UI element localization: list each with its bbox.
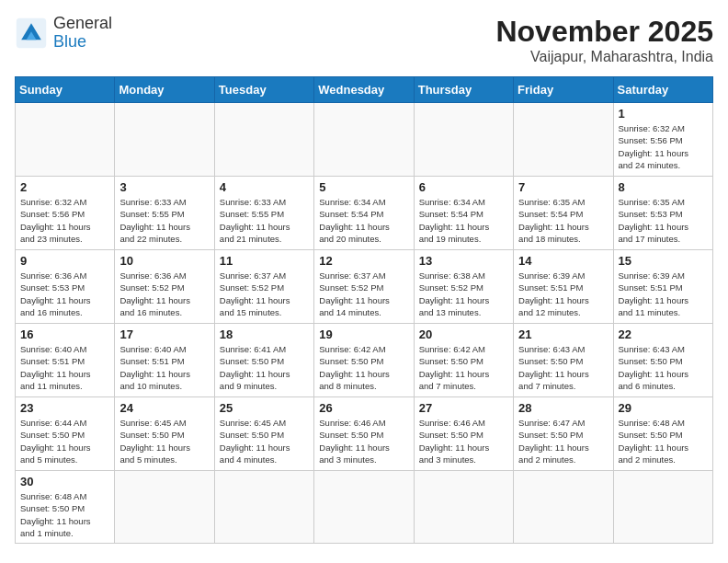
day-number: 21 (518, 327, 608, 341)
day-info: Sunrise: 6:44 AMSunset: 5:50 PMDaylight:… (20, 417, 109, 465)
calendar-cell: 24Sunrise: 6:45 AMSunset: 5:50 PMDayligh… (115, 397, 214, 471)
day-info: Sunrise: 6:45 AMSunset: 5:50 PMDaylight:… (119, 417, 209, 465)
calendar-week-row: 30Sunrise: 6:48 AMSunset: 5:50 PMDayligh… (16, 471, 713, 544)
logo-icon (15, 17, 48, 50)
title-block: November 2025 Vaijapur, Maharashtra, Ind… (495, 15, 713, 65)
calendar-cell (514, 103, 613, 177)
calendar-cell: 30Sunrise: 6:48 AMSunset: 5:50 PMDayligh… (16, 471, 115, 544)
day-info: Sunrise: 6:36 AMSunset: 5:52 PMDaylight:… (119, 270, 209, 318)
calendar-cell (414, 471, 513, 544)
calendar-cell: 18Sunrise: 6:41 AMSunset: 5:50 PMDayligh… (214, 324, 313, 397)
day-number: 12 (319, 254, 408, 268)
day-info: Sunrise: 6:42 AMSunset: 5:50 PMDaylight:… (319, 343, 408, 392)
day-number: 26 (319, 401, 408, 415)
calendar-cell: 8Sunrise: 6:35 AMSunset: 5:53 PMDaylight… (613, 177, 712, 250)
day-info: Sunrise: 6:39 AMSunset: 5:51 PMDaylight:… (619, 270, 708, 318)
month-title: November 2025 (495, 15, 713, 49)
day-number: 14 (518, 254, 608, 268)
day-info: Sunrise: 6:47 AMSunset: 5:50 PMDaylight:… (518, 417, 608, 465)
calendar-cell: 7Sunrise: 6:35 AMSunset: 5:54 PMDaylight… (514, 177, 613, 250)
day-info: Sunrise: 6:38 AMSunset: 5:52 PMDaylight:… (419, 270, 508, 318)
day-number: 9 (20, 254, 109, 268)
calendar-week-row: 23Sunrise: 6:44 AMSunset: 5:50 PMDayligh… (16, 397, 713, 471)
day-number: 6 (419, 180, 508, 194)
calendar-cell: 9Sunrise: 6:36 AMSunset: 5:53 PMDaylight… (16, 250, 115, 324)
day-number: 25 (220, 401, 309, 415)
logo: General Blue (15, 15, 112, 52)
day-header-monday: Monday (115, 77, 214, 103)
day-info: Sunrise: 6:34 AMSunset: 5:54 PMDaylight:… (319, 196, 408, 245)
day-header-thursday: Thursday (414, 77, 513, 103)
day-info: Sunrise: 6:46 AMSunset: 5:50 PMDaylight:… (319, 417, 408, 465)
day-number: 19 (319, 327, 408, 341)
day-number: 10 (119, 254, 209, 268)
calendar-cell: 2Sunrise: 6:32 AMSunset: 5:56 PMDaylight… (16, 177, 115, 250)
day-number: 5 (319, 180, 408, 194)
calendar-cell: 23Sunrise: 6:44 AMSunset: 5:50 PMDayligh… (16, 397, 115, 471)
calendar-cell: 27Sunrise: 6:46 AMSunset: 5:50 PMDayligh… (414, 397, 513, 471)
day-number: 1 (619, 107, 708, 121)
calendar-cell (115, 471, 214, 544)
calendar-cell: 28Sunrise: 6:47 AMSunset: 5:50 PMDayligh… (514, 397, 613, 471)
day-number: 22 (619, 327, 708, 341)
calendar-table: SundayMondayTuesdayWednesdayThursdayFrid… (15, 76, 713, 544)
day-number: 24 (119, 401, 209, 415)
day-number: 7 (518, 180, 608, 194)
day-number: 16 (20, 327, 109, 341)
calendar-cell (214, 103, 313, 177)
calendar-cell (16, 103, 115, 177)
day-info: Sunrise: 6:35 AMSunset: 5:53 PMDaylight:… (619, 196, 708, 245)
day-number: 13 (419, 254, 508, 268)
logo-text: General Blue (53, 15, 112, 52)
calendar-cell (115, 103, 214, 177)
day-number: 17 (119, 327, 209, 341)
day-header-friday: Friday (514, 77, 613, 103)
calendar-week-row: 2Sunrise: 6:32 AMSunset: 5:56 PMDaylight… (16, 177, 713, 250)
day-info: Sunrise: 6:42 AMSunset: 5:50 PMDaylight:… (419, 343, 508, 392)
day-info: Sunrise: 6:32 AMSunset: 5:56 PMDaylight:… (619, 122, 708, 171)
day-header-tuesday: Tuesday (214, 77, 313, 103)
calendar-cell: 3Sunrise: 6:33 AMSunset: 5:55 PMDaylight… (115, 177, 214, 250)
calendar-cell (414, 103, 513, 177)
day-info: Sunrise: 6:48 AMSunset: 5:50 PMDaylight:… (619, 417, 708, 465)
calendar-cell: 20Sunrise: 6:42 AMSunset: 5:50 PMDayligh… (414, 324, 513, 397)
day-number: 28 (518, 401, 608, 415)
day-number: 23 (20, 401, 109, 415)
day-info: Sunrise: 6:48 AMSunset: 5:50 PMDaylight:… (20, 490, 109, 539)
day-info: Sunrise: 6:37 AMSunset: 5:52 PMDaylight:… (319, 270, 408, 318)
calendar-cell: 16Sunrise: 6:40 AMSunset: 5:51 PMDayligh… (16, 324, 115, 397)
day-number: 4 (220, 180, 309, 194)
calendar-cell: 5Sunrise: 6:34 AMSunset: 5:54 PMDaylight… (314, 177, 414, 250)
day-number: 15 (619, 254, 708, 268)
day-info: Sunrise: 6:33 AMSunset: 5:55 PMDaylight:… (220, 196, 309, 245)
calendar-cell: 13Sunrise: 6:38 AMSunset: 5:52 PMDayligh… (414, 250, 513, 324)
day-info: Sunrise: 6:41 AMSunset: 5:50 PMDaylight:… (220, 343, 309, 392)
day-number: 30 (20, 475, 109, 488)
day-info: Sunrise: 6:40 AMSunset: 5:51 PMDaylight:… (119, 343, 209, 392)
calendar-cell: 15Sunrise: 6:39 AMSunset: 5:51 PMDayligh… (613, 250, 712, 324)
calendar-week-row: 1Sunrise: 6:32 AMSunset: 5:56 PMDaylight… (16, 103, 713, 177)
location: Vaijapur, Maharashtra, India (495, 49, 713, 65)
day-number: 2 (20, 180, 109, 194)
calendar-cell: 22Sunrise: 6:43 AMSunset: 5:50 PMDayligh… (613, 324, 712, 397)
day-info: Sunrise: 6:36 AMSunset: 5:53 PMDaylight:… (20, 270, 109, 318)
day-number: 20 (419, 327, 508, 341)
day-number: 18 (220, 327, 309, 341)
calendar-cell (314, 471, 414, 544)
day-header-saturday: Saturday (613, 77, 712, 103)
day-number: 27 (419, 401, 508, 415)
calendar-cell (613, 471, 712, 544)
calendar-week-row: 16Sunrise: 6:40 AMSunset: 5:51 PMDayligh… (16, 324, 713, 397)
calendar-cell: 25Sunrise: 6:45 AMSunset: 5:50 PMDayligh… (214, 397, 313, 471)
calendar-cell (214, 471, 313, 544)
calendar-cell: 4Sunrise: 6:33 AMSunset: 5:55 PMDaylight… (214, 177, 313, 250)
day-number: 3 (119, 180, 209, 194)
calendar-cell: 21Sunrise: 6:43 AMSunset: 5:50 PMDayligh… (514, 324, 613, 397)
page-header: General Blue November 2025 Vaijapur, Mah… (15, 15, 713, 65)
day-info: Sunrise: 6:39 AMSunset: 5:51 PMDaylight:… (518, 270, 608, 318)
day-number: 8 (619, 180, 708, 194)
day-header-wednesday: Wednesday (314, 77, 414, 103)
calendar-cell: 26Sunrise: 6:46 AMSunset: 5:50 PMDayligh… (314, 397, 414, 471)
day-info: Sunrise: 6:43 AMSunset: 5:50 PMDaylight:… (518, 343, 608, 392)
day-header-sunday: Sunday (16, 77, 115, 103)
